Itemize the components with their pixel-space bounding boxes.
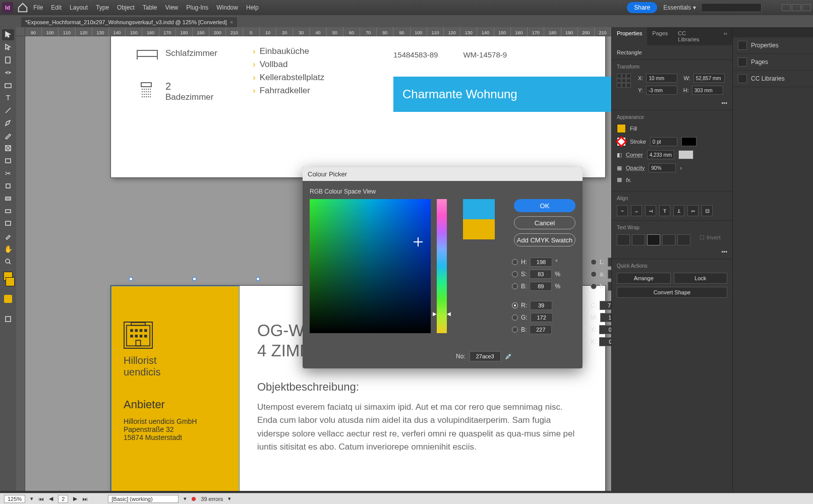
- hue-slider[interactable]: ▶◀: [437, 199, 447, 333]
- menu-file[interactable]: File: [33, 4, 43, 11]
- add-cmyk-swatch-button[interactable]: Add CMYK Swatch: [514, 233, 575, 246]
- lab-b-radio[interactable]: [591, 283, 597, 289]
- b-input[interactable]: [530, 325, 552, 334]
- zoom-tool[interactable]: [2, 256, 14, 267]
- home-icon[interactable]: [17, 2, 28, 13]
- a-input[interactable]: [608, 270, 611, 279]
- h-input[interactable]: [692, 86, 723, 95]
- reference-point[interactable]: [617, 74, 631, 88]
- align-hcenter[interactable]: ⫠: [631, 205, 642, 216]
- fx-label[interactable]: fx.: [626, 177, 632, 183]
- c-input[interactable]: [600, 301, 611, 310]
- lock-button[interactable]: Lock: [674, 273, 728, 284]
- stroke-weight-input[interactable]: [650, 137, 677, 146]
- invert-check[interactable]: ☐: [700, 234, 705, 245]
- a-radio[interactable]: [591, 271, 597, 277]
- b-radio[interactable]: [512, 327, 518, 333]
- distribute[interactable]: ⊟: [702, 205, 713, 216]
- g-radio[interactable]: [512, 314, 518, 321]
- note-tool[interactable]: [2, 218, 14, 229]
- eyedropper-icon[interactable]: 💉: [505, 353, 512, 360]
- direct-selection-tool[interactable]: [2, 42, 14, 53]
- page-1[interactable]: Schlafzimmer 2 Badezimmer ›Einbauküche: [111, 36, 605, 177]
- dialog-title[interactable]: Colour Picker: [303, 167, 583, 181]
- view-mode-toggle[interactable]: [2, 313, 14, 325]
- corner-input[interactable]: [647, 150, 674, 159]
- pen-tool[interactable]: [2, 117, 14, 129]
- wrap-jumpnext[interactable]: [677, 234, 690, 245]
- stroke-style[interactable]: [681, 137, 696, 146]
- menu-type[interactable]: Type: [96, 4, 109, 11]
- h-radio[interactable]: [512, 259, 518, 265]
- cancel-button[interactable]: Cancel: [514, 216, 575, 229]
- first-page[interactable]: ⏮: [38, 496, 44, 502]
- colour-field[interactable]: [310, 199, 431, 333]
- content-collector-tool[interactable]: [2, 80, 14, 91]
- ruler-origin[interactable]: [16, 27, 25, 36]
- stroke-swatch-prop[interactable]: [617, 137, 626, 146]
- menu-view[interactable]: View: [165, 4, 178, 11]
- menu-object[interactable]: Object: [117, 4, 135, 11]
- more-icon[interactable]: •••: [617, 248, 727, 255]
- sidebar-column[interactable]: Hillorist uendicis Anbieter Hillorist ue…: [111, 286, 240, 491]
- s-input[interactable]: [530, 270, 552, 279]
- corner-label[interactable]: Corner: [626, 152, 643, 158]
- last-page[interactable]: ⏭: [82, 496, 88, 502]
- wrap-shape[interactable]: [647, 234, 660, 245]
- tab-cclibraries[interactable]: CC Libraries: [673, 27, 708, 45]
- opacity-label[interactable]: Opacity: [626, 165, 645, 171]
- l-input[interactable]: [608, 258, 611, 267]
- canvas[interactable]: Schlafzimmer 2 Badezimmer ›Einbauküche: [25, 36, 611, 491]
- selection-handles[interactable]: [129, 277, 260, 285]
- menu-edit[interactable]: Edit: [51, 4, 62, 11]
- x-input[interactable]: [646, 74, 677, 83]
- error-count[interactable]: 39 errors: [201, 496, 223, 502]
- menu-plugins[interactable]: Plug-Ins: [186, 4, 208, 11]
- colour-cursor[interactable]: [414, 237, 423, 246]
- pencil-tool[interactable]: [2, 130, 14, 141]
- m-input[interactable]: [600, 313, 611, 322]
- l-radio[interactable]: [591, 259, 597, 265]
- stroke-swatch[interactable]: [6, 277, 15, 286]
- h-input[interactable]: [530, 258, 552, 267]
- zoom-level[interactable]: 125%: [4, 495, 25, 503]
- bv-input[interactable]: [530, 282, 552, 291]
- opacity-arrow[interactable]: ›: [680, 165, 682, 171]
- tab-pages[interactable]: Pages: [647, 27, 673, 45]
- menu-window[interactable]: Window: [216, 4, 238, 11]
- gradient-feather-tool[interactable]: [2, 206, 14, 217]
- rectangle-frame-tool[interactable]: [2, 143, 14, 154]
- share-button[interactable]: Share: [627, 2, 657, 13]
- blue-header-block[interactable]: Charmante Wohnung: [393, 77, 611, 112]
- type-tool[interactable]: T: [2, 92, 14, 103]
- page-field[interactable]: 2: [58, 495, 68, 503]
- fx-icon[interactable]: ▦: [617, 176, 622, 183]
- lab-b-input[interactable]: [608, 282, 611, 291]
- more-icon[interactable]: •••: [617, 100, 727, 106]
- close-tab-icon[interactable]: ×: [230, 19, 233, 25]
- convert-shape-button[interactable]: Convert Shape: [617, 287, 727, 298]
- align-right[interactable]: ⫤: [645, 205, 656, 216]
- hand-tool[interactable]: ✋: [2, 243, 14, 255]
- fill-swatch-prop[interactable]: [617, 124, 626, 133]
- align-left[interactable]: ⫟: [617, 205, 628, 216]
- panel-menu-icon[interactable]: ››: [719, 27, 732, 45]
- selection-tool[interactable]: [2, 29, 14, 40]
- y-input[interactable]: [646, 86, 677, 95]
- hex-input[interactable]: [470, 351, 501, 361]
- wrap-jump[interactable]: [662, 234, 675, 245]
- align-bottom[interactable]: ⫭: [687, 205, 699, 216]
- arrange-button[interactable]: Arrange: [617, 273, 671, 284]
- align-top[interactable]: ⫪: [659, 205, 670, 216]
- gradient-swatch-tool[interactable]: [2, 193, 14, 204]
- corner-shape[interactable]: [678, 150, 693, 159]
- rc-cclibraries[interactable]: CC Libraries: [733, 71, 813, 87]
- rectangle-tool[interactable]: [2, 155, 14, 166]
- search-input[interactable]: [701, 3, 762, 12]
- r-input[interactable]: [530, 301, 552, 310]
- horizontal-ruler[interactable]: 9010011012013014015016017018019020021001…: [25, 27, 611, 36]
- rc-properties[interactable]: Properties: [733, 37, 813, 54]
- prev-page[interactable]: ◀: [49, 495, 53, 502]
- menu-layout[interactable]: Layout: [70, 4, 88, 11]
- workspace-switcher[interactable]: Essentials▾: [663, 4, 696, 11]
